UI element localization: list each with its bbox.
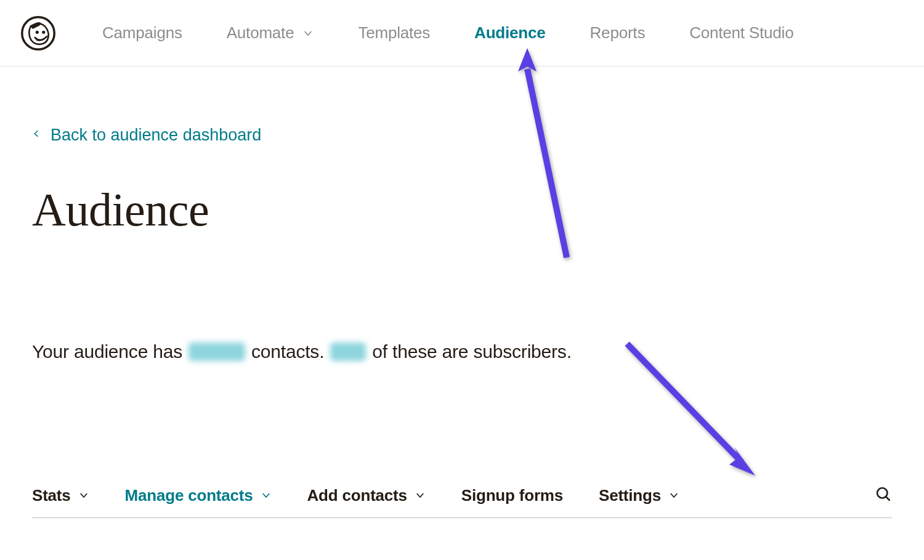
nav-audience[interactable]: Audience xyxy=(474,23,545,43)
nav-reports[interactable]: Reports xyxy=(590,23,646,43)
svg-point-2 xyxy=(42,30,45,33)
counts-prefix: Your audience has xyxy=(32,341,182,362)
main-content: Back to audience dashboard Audience Your… xyxy=(0,67,924,518)
sub-stats[interactable]: Stats xyxy=(32,486,89,505)
svg-point-3 xyxy=(877,488,887,498)
svg-point-1 xyxy=(36,30,39,33)
sub-add-contacts[interactable]: Add contacts xyxy=(307,486,426,505)
audience-counts-line: Your audience has contacts. of these are… xyxy=(32,341,892,362)
chevron-down-icon xyxy=(302,28,314,39)
subscribers-count-redacted xyxy=(330,343,366,361)
top-nav: Campaigns Automate Templates Audience Re… xyxy=(0,0,924,67)
search-icon xyxy=(875,485,892,505)
page-title: Audience xyxy=(32,183,892,237)
nav-items: Campaigns Automate Templates Audience Re… xyxy=(102,23,793,43)
chevron-down-icon xyxy=(261,490,272,501)
chevron-down-icon xyxy=(78,490,89,501)
sub-signup-forms[interactable]: Signup forms xyxy=(461,486,563,505)
contacts-count-redacted xyxy=(188,343,245,361)
nav-templates[interactable]: Templates xyxy=(358,23,430,43)
chevron-down-icon xyxy=(415,490,426,501)
nav-automate-label: Automate xyxy=(227,23,294,43)
chevron-left-icon xyxy=(32,126,41,145)
sub-stats-label: Stats xyxy=(32,486,71,505)
sub-manage-contacts-label: Manage contacts xyxy=(125,486,253,505)
svg-line-4 xyxy=(886,497,890,500)
nav-automate[interactable]: Automate xyxy=(227,23,314,43)
chevron-down-icon xyxy=(668,490,679,501)
counts-mid1: contacts. xyxy=(251,341,324,362)
search-button[interactable] xyxy=(875,485,892,505)
sub-settings[interactable]: Settings xyxy=(599,486,679,505)
mailchimp-logo[interactable] xyxy=(21,16,55,51)
counts-suffix: of these are subscribers. xyxy=(372,341,572,362)
sub-signup-forms-label: Signup forms xyxy=(461,486,563,505)
sub-add-contacts-label: Add contacts xyxy=(307,486,407,505)
nav-campaigns[interactable]: Campaigns xyxy=(102,23,182,43)
backlink-label: Back to audience dashboard xyxy=(51,126,261,145)
audience-toolbar: Stats Manage contacts Add contacts Signu… xyxy=(32,485,892,518)
sub-settings-label: Settings xyxy=(599,486,661,505)
sub-manage-contacts[interactable]: Manage contacts xyxy=(125,486,272,505)
nav-content-studio[interactable]: Content Studio xyxy=(689,23,793,43)
back-to-dashboard-link[interactable]: Back to audience dashboard xyxy=(32,126,261,145)
